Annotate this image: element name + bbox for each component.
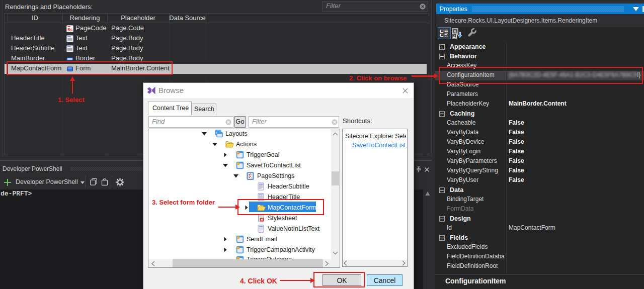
svg-text:5s: 5s <box>67 27 72 32</box>
svg-text:Z: Z <box>453 34 455 39</box>
